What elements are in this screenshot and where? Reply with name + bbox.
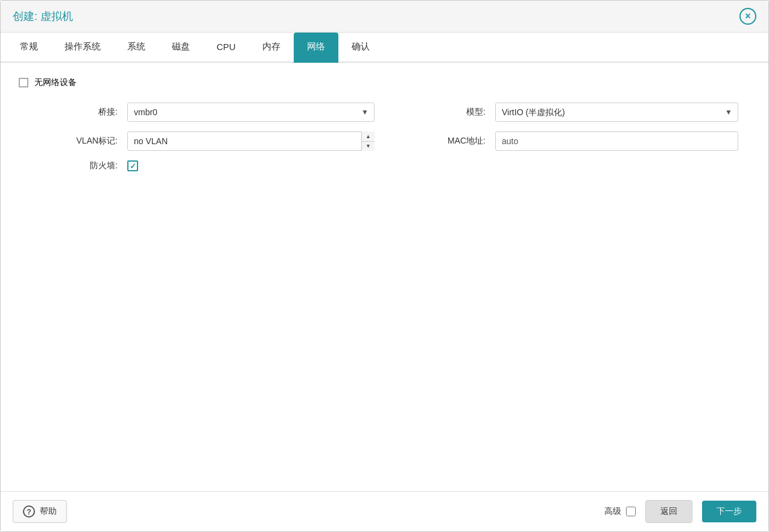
dialog-title: 创建: 虚拟机 — [13, 9, 73, 24]
advanced-label: 高级 — [604, 506, 621, 517]
advanced-wrapper: 高级 — [604, 506, 636, 517]
model-control: VirtIO (半虚拟化) ▼ — [495, 103, 750, 122]
next-button[interactable]: 下一步 — [702, 501, 756, 522]
mac-control — [495, 131, 750, 151]
tab-os[interactable]: 操作系统 — [51, 33, 114, 63]
help-label: 帮助 — [40, 506, 57, 517]
vlan-spinner-btns: ▲ ▼ — [361, 131, 375, 151]
bridge-label: 桥接: — [19, 107, 127, 118]
vlan-down-btn[interactable]: ▼ — [362, 142, 375, 151]
footer-right: 高级 返回 下一步 — [604, 500, 756, 523]
help-button[interactable]: ? 帮助 — [13, 500, 67, 523]
tab-network[interactable]: 网络 — [294, 33, 338, 63]
advanced-checkbox[interactable] — [626, 507, 636, 516]
no-device-checkbox[interactable] — [19, 78, 28, 87]
form-grid: 桥接: vmbr0 ▼ 模型: VirtIO (半虚拟化) ▼ — [19, 103, 750, 171]
back-button[interactable]: 返回 — [645, 500, 692, 523]
vlan-input[interactable] — [127, 131, 375, 151]
no-device-label: 无网络设备 — [34, 77, 77, 88]
mac-label: MAC地址: — [387, 136, 495, 147]
close-button[interactable]: × — [739, 8, 756, 25]
footer-bar: ? 帮助 高级 返回 下一步 — [1, 491, 768, 531]
bridge-control: vmbr0 ▼ — [127, 103, 387, 122]
vlan-control: ▲ ▼ — [127, 131, 387, 151]
content-area: 无网络设备 桥接: vmbr0 ▼ 模型: VirtIO (半虚拟化) — [1, 63, 768, 491]
help-icon: ? — [23, 505, 35, 518]
tab-disk[interactable]: 磁盘 — [159, 33, 203, 63]
footer-left: ? 帮助 — [13, 500, 67, 523]
firewall-checkbox[interactable] — [127, 160, 138, 171]
tab-memory[interactable]: 内存 — [249, 33, 294, 63]
bridge-select[interactable]: vmbr0 — [127, 103, 375, 122]
tab-confirm[interactable]: 确认 — [338, 33, 383, 63]
create-vm-dialog: 创建: 虚拟机 × 常规 操作系统 系统 磁盘 CPU 内存 网络 确认 无网络… — [0, 0, 769, 532]
vlan-up-btn[interactable]: ▲ — [362, 131, 375, 142]
firewall-label: 防火墙: — [19, 160, 127, 171]
model-label: 模型: — [387, 107, 495, 118]
title-bar: 创建: 虚拟机 × — [1, 1, 768, 33]
mac-input[interactable] — [495, 131, 738, 151]
firewall-control — [127, 160, 387, 171]
tab-general[interactable]: 常规 — [7, 33, 51, 63]
vlan-label: VLAN标记: — [19, 136, 127, 147]
tab-system[interactable]: 系统 — [114, 33, 159, 63]
tab-cpu[interactable]: CPU — [203, 33, 249, 62]
tab-bar: 常规 操作系统 系统 磁盘 CPU 内存 网络 确认 — [1, 33, 768, 63]
model-select[interactable]: VirtIO (半虚拟化) — [495, 103, 738, 122]
no-device-row: 无网络设备 — [19, 77, 750, 88]
